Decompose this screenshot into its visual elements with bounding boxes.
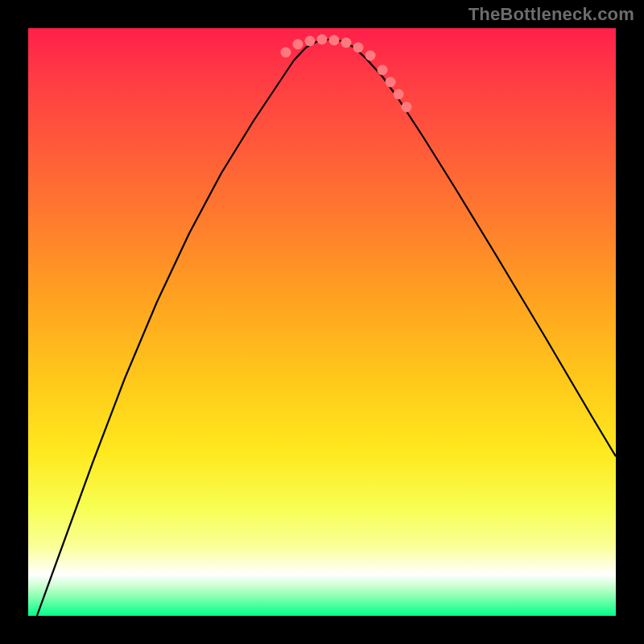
marker-dot [365,51,376,61]
marker-dot [341,38,352,48]
marker-dot [281,47,291,58]
chart-frame: TheBottleneck.com [0,0,644,644]
marker-dot [394,89,404,100]
bottleneck-curve-svg [28,28,616,616]
marker-dot [378,65,388,76]
marker-dot [402,102,412,113]
marker-dot [329,35,340,46]
marker-dot [353,43,364,53]
marker-dot [317,35,328,45]
plot-area [28,28,616,616]
marker-dot [305,36,316,47]
marker-dot [293,39,303,50]
bottleneck-curve-path [28,39,616,616]
marker-dot [386,77,396,88]
watermark-text: TheBottleneck.com [469,4,634,25]
